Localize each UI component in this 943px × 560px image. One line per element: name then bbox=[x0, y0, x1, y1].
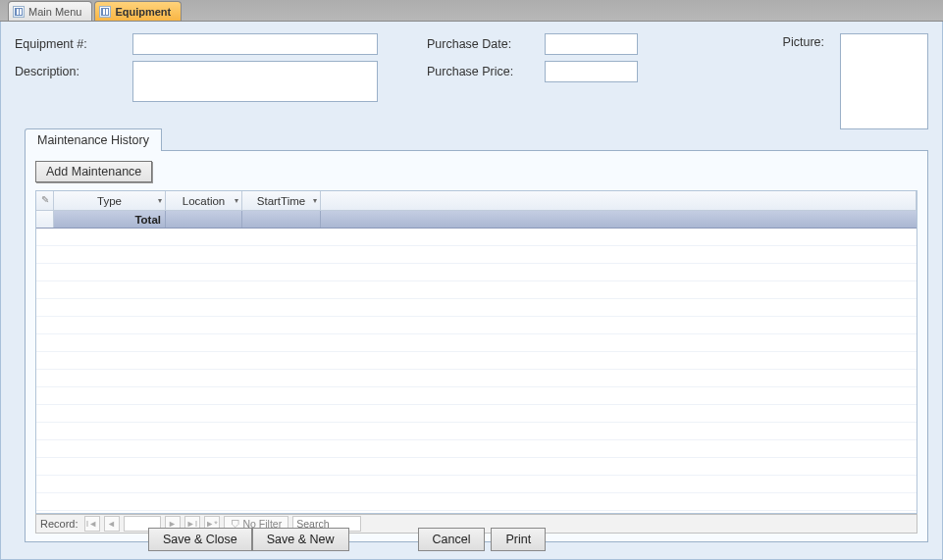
record-label: Record: bbox=[40, 518, 79, 530]
picture-label: Picture: bbox=[783, 35, 824, 49]
window-tab-strip: Main Menu Equipment bbox=[0, 0, 943, 22]
datasheet-grid[interactable] bbox=[36, 229, 917, 513]
purchase-date-label: Purchase Date: bbox=[427, 33, 545, 51]
purchase-price-input[interactable] bbox=[545, 61, 638, 82]
row-selector[interactable] bbox=[36, 211, 54, 228]
row-selector-new[interactable] bbox=[36, 191, 54, 210]
description-label: Description: bbox=[15, 61, 132, 78]
equipment-number-label: Equipment #: bbox=[15, 33, 132, 51]
equipment-form: Equipment #: Purchase Date: Description:… bbox=[0, 22, 943, 560]
dropdown-icon[interactable]: ▾ bbox=[313, 196, 317, 205]
nav-prev-button[interactable]: ◄ bbox=[104, 516, 120, 532]
save-close-button[interactable]: Save & Close bbox=[148, 528, 252, 551]
subtab-maintenance-history[interactable]: Maintenance History bbox=[25, 128, 162, 151]
tab-equipment[interactable]: Equipment bbox=[94, 1, 182, 21]
tab-label: Equipment bbox=[115, 6, 171, 18]
dropdown-icon[interactable]: ▾ bbox=[158, 196, 162, 205]
maintenance-subform: Add Maintenance Type ▾ Location ▾ StartT… bbox=[25, 150, 928, 542]
purchase-date-input[interactable] bbox=[545, 33, 638, 55]
column-header-empty bbox=[321, 191, 917, 210]
nav-first-button[interactable]: І◄ bbox=[84, 516, 100, 532]
form-icon bbox=[99, 6, 111, 18]
equipment-number-input[interactable] bbox=[132, 33, 378, 55]
total-row: Total bbox=[36, 211, 917, 229]
datasheet-header: Type ▾ Location ▾ StartTime ▾ bbox=[36, 191, 917, 211]
column-header-type[interactable]: Type ▾ bbox=[54, 191, 166, 210]
dropdown-icon[interactable]: ▾ bbox=[235, 196, 238, 205]
total-cell: Total bbox=[54, 211, 166, 228]
form-icon bbox=[13, 6, 25, 18]
picture-box[interactable] bbox=[840, 33, 928, 129]
cancel-button[interactable]: Cancel bbox=[418, 528, 486, 551]
print-button[interactable]: Print bbox=[491, 528, 546, 551]
subtab-label: Maintenance History bbox=[37, 133, 149, 147]
form-button-bar: Save & Close Save & New Cancel Print bbox=[148, 528, 546, 551]
column-header-starttime[interactable]: StartTime ▾ bbox=[242, 191, 321, 210]
tab-main-menu[interactable]: Main Menu bbox=[8, 1, 92, 21]
save-new-button[interactable]: Save & New bbox=[252, 528, 349, 551]
maintenance-datasheet: Type ▾ Location ▾ StartTime ▾ Tota bbox=[35, 190, 917, 514]
description-input[interactable] bbox=[132, 61, 378, 102]
column-header-location[interactable]: Location ▾ bbox=[166, 191, 242, 210]
add-maintenance-button[interactable]: Add Maintenance bbox=[35, 161, 152, 182]
purchase-price-label: Purchase Price: bbox=[427, 61, 545, 78]
tab-label: Main Menu bbox=[28, 6, 81, 18]
